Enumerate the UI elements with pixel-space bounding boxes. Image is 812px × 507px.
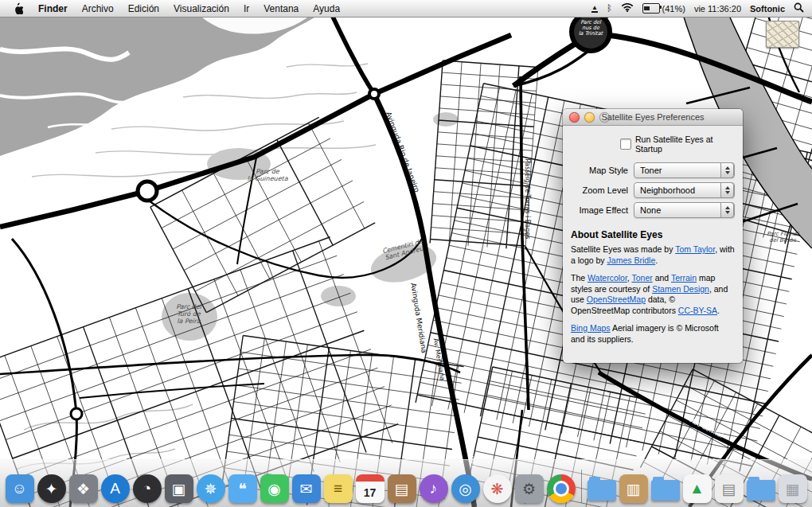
link-cc-by-sa[interactable]: CC-BY-SA [678, 306, 717, 315]
dock-facetime[interactable]: ◉ [260, 471, 290, 503]
startup-checkbox-row[interactable]: Run Satellite Eyes at Startup [620, 135, 735, 154]
eject-icon[interactable]: ▲ [591, 5, 598, 13]
archive-box-glyph: ▥ [627, 480, 641, 498]
link-james-bridle[interactable]: James Bridle [607, 255, 656, 265]
notes-glyph: ≡ [334, 480, 342, 497]
dock-calendar[interactable]: 17 [355, 471, 385, 503]
notes-icon: ≡ [324, 474, 353, 503]
mission-control-glyph: ❖ [76, 480, 90, 498]
dock-google-drive[interactable]: ▲ [682, 471, 712, 503]
dock-mission-control[interactable]: ❖ [68, 471, 99, 503]
field-label-image-effect: Image Effect [571, 205, 628, 215]
link-terrain[interactable]: Terrain [671, 273, 697, 283]
dock-itunes[interactable]: ♪ [419, 471, 449, 503]
dock-messages[interactable]: ❝ [228, 471, 258, 503]
menu-finder[interactable]: Finder [31, 0, 75, 17]
about-text: . [717, 306, 720, 315]
desktop-file-icon[interactable] [766, 21, 799, 48]
apple-menu[interactable] [5, 0, 31, 17]
facetime-icon: ◉ [260, 474, 289, 503]
about-text: The [571, 273, 588, 283]
folder-downloads-icon [747, 480, 775, 501]
dock-archive-box[interactable]: ▥ [619, 471, 649, 503]
dock-chrome[interactable] [546, 471, 576, 503]
maps-icon: ◎ [451, 474, 480, 503]
minimize-button[interactable] [584, 112, 595, 123]
dock-finder[interactable]: ☺ [5, 471, 35, 503]
dock-safari[interactable]: ✵ [196, 471, 226, 503]
window-titlebar[interactable]: Satellite Eyes Preferences [563, 109, 743, 126]
dock-folder-downloads[interactable] [746, 471, 776, 503]
close-button[interactable] [569, 112, 580, 123]
dock-photo-booth[interactable]: ▣ [164, 471, 194, 503]
finder-glyph: ☺ [12, 480, 27, 497]
photos-icon: ❋ [483, 474, 512, 503]
photos-glyph: ❋ [491, 480, 504, 498]
contacts-icon: ▤ [388, 474, 416, 503]
textedit-glyph: ▤ [722, 480, 736, 498]
dock-app-store[interactable]: A [100, 471, 131, 503]
wifi-icon[interactable] [621, 3, 634, 14]
menu-edici-n[interactable]: Edición [121, 0, 166, 17]
about-paragraph: The Watercolor, Toner and Terrain map st… [571, 273, 735, 317]
link-bing-maps[interactable]: Bing Maps [571, 323, 611, 333]
link-toner[interactable]: Toner [631, 273, 652, 283]
dock-notes[interactable]: ≡ [323, 471, 353, 503]
battery-indicator[interactable]: (41%) [642, 3, 685, 14]
dock-contacts[interactable]: ▤ [387, 471, 417, 503]
popup-image-effect[interactable]: None [634, 202, 735, 218]
about-paragraph: Bing Maps Aerial imagery is © Microsoft … [571, 323, 735, 345]
messages-glyph: ❝ [238, 480, 246, 498]
menu-visualizaci-n[interactable]: Visualización [166, 0, 236, 17]
dock-maps[interactable]: ◎ [451, 471, 481, 503]
menu-status-area: ▲ ᛒ (41%) vie 11:36:20 Softonic [591, 2, 807, 14]
zoom-button[interactable] [599, 112, 610, 123]
dock-folder-applications[interactable] [587, 471, 617, 503]
app-store-glyph: A [110, 480, 120, 497]
link-tom-taylor[interactable]: Tom Taylor [675, 244, 715, 254]
system-preferences-icon: ⚙ [515, 474, 544, 503]
menu-archivo[interactable]: Archivo [75, 0, 121, 17]
preferences-window: Satellite Eyes Preferences Run Satellite… [563, 109, 743, 363]
about-section: Satellite Eyes was made by Tom Taylor, w… [571, 244, 735, 345]
maps-glyph: ◎ [459, 480, 472, 498]
dock-launchpad[interactable]: ✦ [37, 471, 67, 503]
spotlight-icon[interactable] [794, 2, 804, 14]
system-preferences-glyph: ⚙ [522, 480, 536, 498]
dock-textedit[interactable]: ▤ [714, 471, 744, 503]
dock-separator [581, 470, 582, 503]
user-menu[interactable]: Softonic [750, 4, 785, 14]
field-label-zoom-level: Zoom Level [571, 185, 628, 195]
popup-map-style[interactable]: Toner [634, 162, 735, 178]
archive-box-icon: ▥ [619, 474, 648, 503]
link-watercolor[interactable]: Watercolor [588, 273, 627, 283]
clock[interactable]: vie 11:36:20 [694, 4, 741, 14]
dock-photos[interactable]: ❋ [482, 471, 513, 503]
dock-mail[interactable]: ✉ [291, 471, 322, 503]
dock: ☺✦❖A◔▣✵❝◉✉≡17▤♪◎❋⚙▥▲▤▦ [0, 459, 812, 507]
battery-icon [642, 3, 660, 14]
link-stamen-design[interactable]: Stamen Design [652, 284, 709, 294]
popup-value: Toner [640, 166, 662, 175]
google-drive-icon: ▲ [683, 474, 712, 503]
dock-system-preferences[interactable]: ⚙ [514, 471, 545, 503]
popup-zoom-level[interactable]: Neighborhood [634, 182, 735, 198]
photo-booth-glyph: ▣ [172, 480, 186, 498]
pref-row-map-style: Map StyleToner [571, 162, 735, 178]
menu-ir[interactable]: Ir [236, 0, 256, 17]
preference-fields: Map StyleTonerZoom LevelNeighborhoodImag… [571, 162, 735, 218]
about-text: . [655, 255, 658, 265]
about-text: Satellite Eyes was made by [571, 244, 675, 254]
bluetooth-icon[interactable]: ᛒ [607, 4, 612, 13]
dock-dashboard[interactable]: ◔ [132, 471, 162, 503]
map-label: Parc Fluvialdel Besòs [767, 231, 799, 244]
safari-glyph: ✵ [205, 480, 217, 498]
dock-folder-documents[interactable] [650, 471, 681, 503]
startup-checkbox[interactable] [620, 138, 631, 150]
dock-trash[interactable]: ▦ [778, 471, 808, 503]
menu-ayuda[interactable]: Ayuda [306, 0, 347, 17]
menu-ventana[interactable]: Ventana [256, 0, 306, 17]
link-openstreetmap[interactable]: OpenStreetMap [587, 294, 646, 304]
map-label: Parc delTuró dela Peira [176, 303, 201, 325]
menu-items: FinderArchivoEdiciónVisualizaciónIrVenta… [31, 0, 347, 17]
